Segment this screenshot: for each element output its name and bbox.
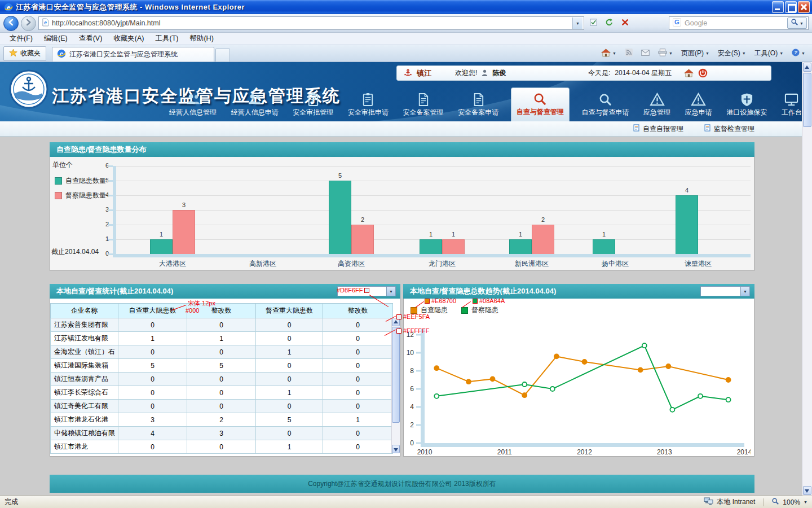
company-name-cell: 江苏索普集团有限 (51, 318, 118, 332)
nav-item-2[interactable]: 经营人信息申请 (229, 93, 281, 121)
value-cell: 1 (187, 332, 256, 345)
table-row[interactable]: 镇江港国际集装箱5500 (51, 359, 393, 373)
nav-item-6[interactable]: 安全备案申请 (456, 93, 501, 121)
scroll-thumb[interactable] (803, 73, 811, 127)
maximize-button[interactable] (785, 1, 797, 13)
search-box[interactable]: G Google ▼ (669, 16, 809, 30)
search-icon (791, 18, 798, 28)
nav-item-1[interactable]: 经营人信息管理 (167, 93, 219, 121)
feed-icon (625, 49, 633, 58)
select-arrow-icon[interactable]: ▼ (386, 287, 395, 296)
nav-item-7[interactable]: 自查与督查管理 (511, 87, 570, 121)
compatibility-view-button[interactable] (586, 16, 600, 30)
address-dropdown-button[interactable]: ▼ (572, 17, 582, 29)
category-label: 新民洲港区 (495, 259, 568, 269)
bar-chart-title: 自查隐患/督查隐患数量分布 (56, 144, 147, 155)
bar-value-label: 5 (328, 172, 352, 179)
annotation-text: 宋体 12px (188, 299, 215, 308)
bar-value-label: 1 (592, 231, 616, 238)
nav-item-3[interactable]: 安全审批管理 (290, 93, 336, 121)
nav-item-12[interactable]: 工作台 (779, 93, 804, 121)
bar (442, 239, 465, 254)
magnifier-icon (532, 92, 548, 106)
table-row[interactable]: 江苏索普集团有限0000 (51, 318, 393, 332)
scroll-down-button[interactable] (803, 486, 811, 495)
zoom-dropdown-icon[interactable]: ▼ (804, 500, 807, 504)
nav-item-label: 经营人信息申请 (231, 108, 279, 117)
stop-button[interactable] (618, 16, 632, 30)
nav-item-9[interactable]: 应急管理 (641, 93, 673, 121)
home-button[interactable] (684, 69, 694, 77)
forward-button[interactable] (21, 16, 36, 31)
bar-value-label: 1 (442, 231, 465, 238)
table-row[interactable]: 江苏镇江发电有限1100 (51, 332, 393, 345)
toolbar-button-1[interactable]: 页面(P)▼ (678, 47, 713, 60)
stats-table-body: 企业名称自查重大隐患数整改数督查重大隐患数整改数 江苏索普集团有限0000江苏镇… (50, 299, 400, 457)
menu-item-6[interactable]: 帮助(H) (184, 33, 218, 45)
favorites-button[interactable]: 收藏夹 (3, 46, 46, 61)
toolbar-button-2[interactable]: 安全(S)▼ (714, 47, 749, 60)
address-bar[interactable]: e http://localhost:8080/yjpt/Main.html ▼ (38, 16, 584, 30)
refresh-button[interactable] (602, 16, 616, 30)
nav-item-5[interactable]: 安全备案管理 (401, 93, 446, 121)
select-arrow-icon[interactable]: ▼ (740, 287, 749, 296)
table-row[interactable]: 镇江市港龙石化港3251 (51, 413, 393, 427)
minimize-button[interactable] (772, 1, 784, 13)
table-row[interactable]: 镇江恒泰沥青产品0000 (51, 373, 393, 386)
bar-value-label: 1 (419, 231, 443, 238)
company-name-cell: 镇江市港龙 (51, 440, 118, 454)
search-button[interactable]: ▼ (787, 17, 807, 29)
sub-nav: 自查自报管理监督检查管理 (0, 121, 812, 137)
menu-item-2[interactable]: 编辑(E) (39, 33, 73, 45)
page-scrollbar[interactable] (802, 62, 812, 496)
read-mail-button[interactable] (638, 48, 653, 59)
home-button[interactable]: ▼ (598, 47, 620, 60)
scroll-up-button[interactable] (803, 63, 811, 72)
menu-item-3[interactable]: 查看(V) (74, 33, 108, 45)
nav-item-11[interactable]: 港口设施保安 (724, 93, 769, 121)
user-bar: 镇江 欢迎您! 陈俊 今天是: 2014-04-04 星期五 (396, 65, 771, 81)
table-row[interactable]: 镇江李长荣综合石0010 (51, 386, 393, 400)
nav-item-10[interactable]: 应急申请 (683, 93, 714, 121)
subnav-item-1[interactable]: 自查自报管理 (633, 124, 683, 134)
star-icon (9, 49, 17, 59)
company-name-cell: 镇江港国际集装箱 (51, 359, 118, 373)
close-button[interactable] (798, 1, 810, 13)
annotation-text: #000 (186, 307, 199, 314)
table-row[interactable]: 镇江市港龙0010 (51, 440, 393, 454)
table-row[interactable]: 金海宏业（镇江）石0010 (51, 345, 393, 359)
table-row[interactable]: 中储粮镇江粮油有限4300 (51, 427, 393, 440)
value-cell: 5 (256, 413, 323, 427)
value-cell: 0 (187, 373, 256, 386)
value-cell: 0 (323, 332, 393, 345)
status-bar: 完成 本地 Intranet 100% ▼ (0, 496, 812, 508)
table-scroll-down-button[interactable] (392, 445, 400, 453)
color-swatch (364, 288, 369, 293)
table-scroll-thumb[interactable] (392, 327, 400, 423)
print-button[interactable]: ▼ (655, 47, 676, 60)
back-button[interactable] (3, 16, 19, 31)
table-scrollbar[interactable] (391, 318, 400, 453)
value-cell: 0 (118, 386, 187, 400)
table-row[interactable]: 镇江奇美化工有限0000 (51, 400, 393, 413)
browser-tab[interactable]: e 江苏省港口安全监管与应急管理系统 (52, 47, 214, 62)
company-name-cell: 镇江李长荣综合石 (51, 386, 118, 400)
menu-item-1[interactable]: 文件(F) (5, 33, 38, 45)
intranet-icon (704, 497, 713, 507)
subnav-item-2[interactable]: 监督检查管理 (704, 124, 754, 134)
zoom-level[interactable]: 100% (783, 498, 800, 506)
trend-filter-select[interactable]: ▼ (700, 286, 750, 296)
nav-item-4[interactable]: 安全审批申请 (346, 93, 391, 121)
annotation-text: #FFFFFF (403, 327, 429, 334)
value-cell: 0 (187, 318, 256, 332)
feeds-button[interactable] (621, 47, 636, 60)
search-input[interactable]: Google (685, 19, 784, 27)
toolbar-button-label: 工具(O) (754, 49, 778, 58)
toolbar-button-3[interactable]: 工具(O)▼ (751, 47, 787, 60)
logout-button[interactable] (698, 68, 708, 78)
menu-item-4[interactable]: 收藏夹(A) (108, 33, 149, 45)
nav-item-8[interactable]: 自查与督查申请 (579, 93, 631, 121)
help-button[interactable]: ?▼ (788, 47, 809, 60)
menu-item-5[interactable]: 工具(T) (150, 33, 183, 45)
new-tab-stub[interactable] (215, 49, 230, 62)
